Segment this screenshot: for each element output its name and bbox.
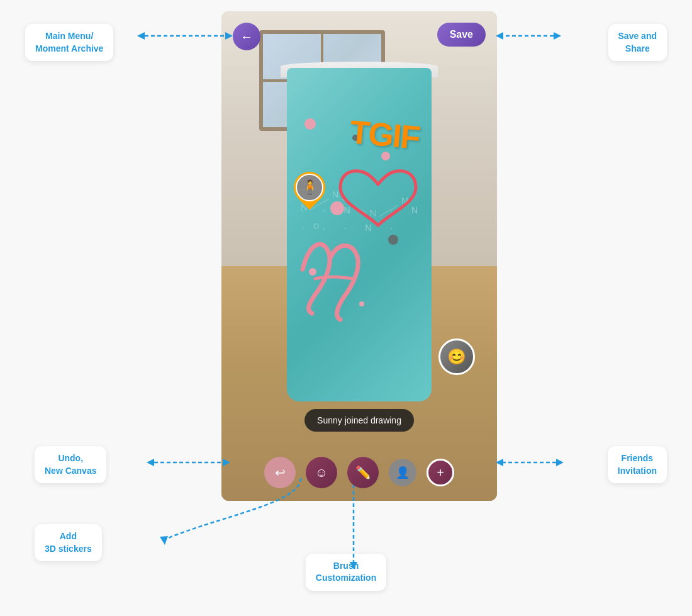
svg-marker-13 [554, 32, 561, 40]
bottom-toolbar: ↩ ☺ ✏️ 👤 + [221, 457, 497, 488]
brush-button[interactable]: ✏️ [347, 457, 379, 488]
back-icon: ← [240, 30, 253, 44]
notification-text: Sunny joined drawing [317, 415, 401, 425]
add-friend-button[interactable]: + [427, 459, 454, 486]
svg-marker-16 [147, 459, 154, 466]
svg-text:O: O [313, 222, 319, 231]
phone-background: N N N M O TGIF [221, 11, 497, 501]
cup-body: N N N M O TGIF [287, 68, 432, 401]
svg-marker-10 [137, 32, 145, 40]
annotation-friends: Friends Invitation [608, 446, 667, 483]
annotation-save-share: Save and Share [608, 24, 667, 61]
save-button[interactable]: Save [437, 23, 486, 47]
sticker-button[interactable]: ☺ [306, 457, 337, 488]
notification-toast: Sunny joined drawing [304, 409, 414, 432]
svg-marker-20 [160, 536, 168, 545]
cup-container: N N N M O TGIF [277, 49, 441, 401]
avatar-sticker: 😊 [438, 339, 475, 375]
phone-canvas: N N N M O TGIF [221, 11, 497, 501]
dot-1 [304, 118, 316, 130]
annotation-brush: Brush Customization [306, 554, 386, 591]
photo-sticker: 🧍 [294, 172, 326, 211]
friend-avatar-thumb: 👤 [389, 459, 416, 486]
cup-tgif-text: TGIF [349, 115, 421, 154]
cup-signature-drawing [290, 232, 428, 339]
cup: N N N M O TGIF [277, 49, 441, 401]
undo-button[interactable]: ↩ [264, 457, 296, 488]
annotation-3d-stickers: Add 3D stickers [35, 524, 102, 561]
back-button[interactable]: ← [233, 23, 260, 50]
svg-marker-19 [556, 459, 564, 466]
annotation-undo: Undo, New Canvas [35, 446, 106, 483]
annotation-main-menu: Main Menu/ Moment Archive [25, 24, 113, 61]
